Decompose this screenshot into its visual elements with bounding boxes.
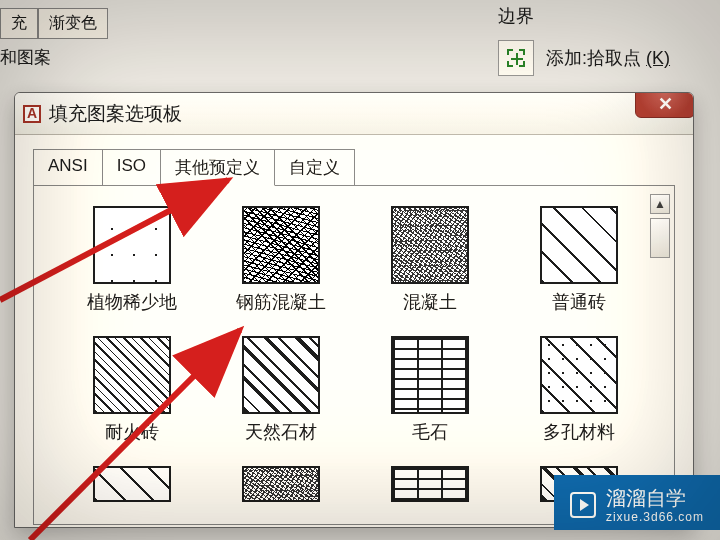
pattern-swatch bbox=[93, 336, 171, 414]
pattern-swatch bbox=[540, 336, 618, 414]
pattern-item[interactable]: 毛石 bbox=[370, 336, 489, 444]
play-icon bbox=[570, 492, 596, 518]
watermark-url: zixue.3d66.com bbox=[606, 510, 704, 524]
titlebar[interactable]: 填充图案选项板 ✕ bbox=[15, 93, 693, 135]
pattern-label: 多孔材料 bbox=[543, 420, 615, 444]
boundary-label: 边界 bbox=[498, 4, 534, 28]
bg-tab-fill[interactable]: 充 bbox=[0, 8, 38, 39]
pattern-item[interactable] bbox=[72, 466, 191, 502]
pattern-item[interactable]: 植物稀少地 bbox=[72, 206, 191, 314]
watermark: 溜溜自学 zixue.3d66.com bbox=[554, 475, 720, 530]
close-icon: ✕ bbox=[658, 93, 673, 115]
pattern-swatch bbox=[540, 206, 618, 284]
bg-section-fill-pattern: 和图案 bbox=[0, 46, 51, 69]
pattern-item[interactable]: 多孔材料 bbox=[519, 336, 638, 444]
scroll-up-icon[interactable]: ▲ bbox=[650, 194, 670, 214]
pattern-label: 毛石 bbox=[412, 420, 448, 444]
pattern-label: 混凝土 bbox=[403, 290, 457, 314]
add-pick-button[interactable] bbox=[498, 40, 534, 76]
pattern-item[interactable]: 天然石材 bbox=[221, 336, 340, 444]
pattern-swatch bbox=[242, 206, 320, 284]
scroll-thumb[interactable] bbox=[650, 218, 670, 258]
pattern-swatch bbox=[391, 466, 469, 502]
plus-icon bbox=[507, 49, 525, 67]
pattern-item[interactable]: 耐火砖 bbox=[72, 336, 191, 444]
pattern-label: 耐火砖 bbox=[105, 420, 159, 444]
pattern-swatch bbox=[93, 206, 171, 284]
pattern-item[interactable]: 混凝土 bbox=[370, 206, 489, 314]
pattern-palette: 植物稀少地 钢筋混凝土 混凝土 普通砖 耐火砖 bbox=[33, 185, 675, 525]
pattern-swatch bbox=[391, 336, 469, 414]
pattern-label: 植物稀少地 bbox=[87, 290, 177, 314]
tab-strip: ANSI ISO 其他预定义 自定义 bbox=[33, 149, 675, 186]
app-icon bbox=[23, 105, 41, 123]
pattern-label: 钢筋混凝土 bbox=[236, 290, 326, 314]
pattern-item[interactable]: 钢筋混凝土 bbox=[221, 206, 340, 314]
tab-other-predefined[interactable]: 其他预定义 bbox=[160, 149, 275, 186]
dialog-title: 填充图案选项板 bbox=[49, 101, 182, 127]
add-pick-label: 添加:拾取点 (K) bbox=[546, 46, 670, 70]
close-button[interactable]: ✕ bbox=[635, 92, 694, 118]
pattern-item[interactable]: 普通砖 bbox=[519, 206, 638, 314]
hatch-pattern-palette-dialog: 填充图案选项板 ✕ ANSI ISO 其他预定义 自定义 植物稀少地 钢筋混凝土 bbox=[14, 92, 694, 528]
tab-iso[interactable]: ISO bbox=[102, 149, 161, 186]
pattern-swatch bbox=[242, 336, 320, 414]
scrollbar[interactable]: ▲ bbox=[650, 194, 670, 516]
pattern-swatch bbox=[391, 206, 469, 284]
pattern-label: 普通砖 bbox=[552, 290, 606, 314]
tab-custom[interactable]: 自定义 bbox=[274, 149, 355, 186]
tab-ansi[interactable]: ANSI bbox=[33, 149, 103, 186]
bg-tab-gradient[interactable]: 渐变色 bbox=[38, 8, 108, 39]
pattern-label: 天然石材 bbox=[245, 420, 317, 444]
pattern-item[interactable] bbox=[370, 466, 489, 502]
pattern-swatch bbox=[93, 466, 171, 502]
pattern-item[interactable] bbox=[221, 466, 340, 502]
pattern-swatch bbox=[242, 466, 320, 502]
watermark-brand: 溜溜自学 bbox=[606, 487, 686, 509]
